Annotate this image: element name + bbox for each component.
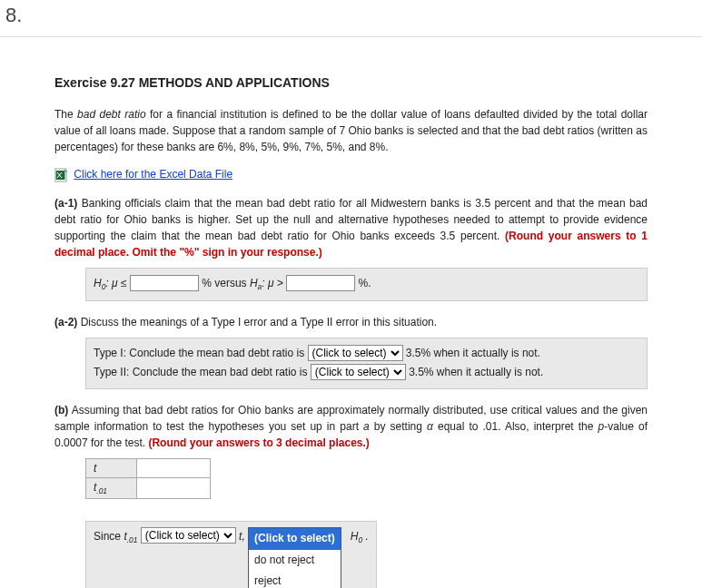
excel-icon xyxy=(54,168,67,182)
pct-end: %. xyxy=(359,277,371,289)
table-row: t.01 xyxy=(86,477,211,498)
h0-label: H0: μ ≤ xyxy=(94,277,127,289)
ha-label: Ha: μ > xyxy=(250,277,283,289)
type1-select[interactable]: (Click to select) xyxy=(308,345,403,361)
b-text3: equal to .01. Also, interpret the xyxy=(433,420,598,433)
since-row: Since t.01 (Click to select) t, (Click t… xyxy=(54,514,648,588)
t-value-input[interactable] xyxy=(137,459,210,477)
b-a: a xyxy=(363,420,370,433)
dropdown-option-reject[interactable]: reject xyxy=(249,571,341,588)
since-t01: t.01 xyxy=(124,527,137,548)
part-a1: (a-1) Banking officials claim that the m… xyxy=(54,195,648,260)
since-select-1[interactable]: (Click to select) xyxy=(141,527,236,544)
a2-label: (a-2) xyxy=(54,316,77,328)
type1-post: 3.5% when it actually is not. xyxy=(406,347,540,359)
b-warn: (Round your answers to 3 decimal places.… xyxy=(148,436,369,449)
since-t-comma: t, xyxy=(239,527,245,547)
since-select-2-open[interactable]: (Click to select) do not reject reject xyxy=(248,527,341,588)
type2-post: 3.5% when it actually is not. xyxy=(409,366,543,378)
since-h0: H0 . xyxy=(344,527,369,548)
intro-italic: bad debt ratio xyxy=(77,108,146,121)
svg-rect-1 xyxy=(56,171,65,180)
pct-versus: % versus xyxy=(202,277,246,289)
t01-value-input[interactable] xyxy=(137,479,210,497)
type1-pre: Type I: Conclude the mean bad debt ratio… xyxy=(94,347,304,359)
exercise-title: Exercise 9.27 METHODS AND APPLICATIONS xyxy=(54,75,648,90)
type1-row: Type I: Conclude the mean bad debt ratio… xyxy=(94,344,639,364)
intro-paragraph: The bad debt ratio for a financial insti… xyxy=(54,106,648,155)
t01-label: t.01 xyxy=(94,481,107,494)
type2-select[interactable]: (Click to select) xyxy=(311,364,406,380)
excel-file-row: Click here for the Excel Data File xyxy=(54,168,648,182)
types-box-wrap: Type I: Conclude the mean bad debt ratio… xyxy=(54,338,648,389)
b-alpha: α xyxy=(427,420,433,433)
t-table: t t.01 xyxy=(85,458,211,499)
t-table-wrap: t t.01 xyxy=(54,458,648,499)
type2-pre: Type II: Conclude the mean bad debt rati… xyxy=(94,366,307,378)
table-row: t xyxy=(86,458,211,477)
a2-text: Discuss the meanings of a Type I error a… xyxy=(81,316,437,328)
t-label: t xyxy=(94,462,96,475)
h0-value-input[interactable] xyxy=(130,275,199,291)
ha-value-input[interactable] xyxy=(286,275,355,291)
dropdown-selected[interactable]: (Click to select) xyxy=(249,528,341,550)
excel-file-link[interactable]: Click here for the Excel Data File xyxy=(74,168,232,181)
intro-pre: The xyxy=(54,108,77,121)
since-text: Since xyxy=(94,527,121,547)
a1-label: (a-1) xyxy=(54,197,77,210)
content-area: Exercise 9.27 METHODS AND APPLICATIONS T… xyxy=(0,37,702,588)
type2-row: Type II: Conclude the mean bad debt rati… xyxy=(94,363,639,383)
question-number: 8. xyxy=(0,0,702,37)
b-label: (b) xyxy=(54,404,68,416)
dropdown-option-do-not-reject[interactable]: do not reject xyxy=(249,550,341,572)
part-b: (b) Assuming that bad debt ratios for Oh… xyxy=(54,402,648,451)
hypothesis-row: H0: μ ≤ % versus Ha: μ > %. xyxy=(54,268,648,301)
b-text2: by setting xyxy=(370,420,427,433)
part-a2: (a-2) Discuss the meanings of a Type I e… xyxy=(54,314,648,330)
